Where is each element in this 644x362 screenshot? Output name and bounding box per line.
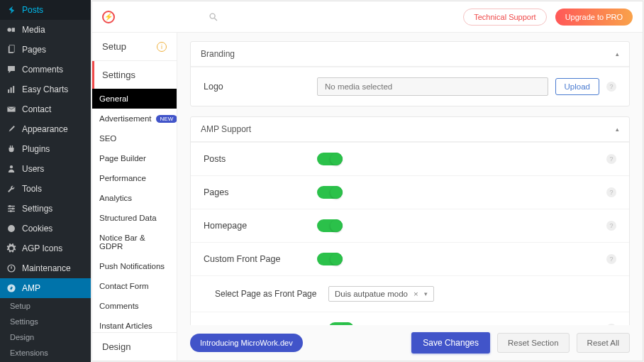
title-static-toggle[interactable]: [328, 322, 352, 325]
subtab-instant-articles[interactable]: Instant Articles: [92, 316, 177, 332]
help-icon[interactable]: ?: [606, 187, 616, 197]
wp-menu-plugins[interactable]: Plugins: [0, 139, 91, 159]
posts-label: Posts: [204, 154, 317, 164]
select-page-label: Select Page as Front Page: [204, 289, 328, 299]
logo-media-input[interactable]: [317, 77, 548, 96]
subtab-analytics[interactable]: Analytics: [92, 188, 177, 208]
svg-line-20: [214, 18, 217, 21]
custom-front-label: Custom Front Page: [204, 254, 317, 264]
chevron-down-icon: ▾: [424, 290, 428, 297]
collapse-icon[interactable]: ▴: [616, 50, 619, 57]
wp-admin-sidebar: Posts Media Pages Comments Easy Charts C…: [0, 0, 91, 362]
upload-button[interactable]: Upload: [555, 78, 599, 95]
svg-point-0: [7, 28, 11, 32]
tab-setup[interactable]: Setupi: [92, 33, 177, 61]
wp-menu-maintenance[interactable]: Maintenance: [0, 258, 91, 278]
intro-button[interactable]: Introducing MicroWork.dev: [190, 334, 303, 352]
wp-submenu-extensions[interactable]: Extensions: [0, 345, 91, 361]
wp-menu-contact[interactable]: Contact: [0, 99, 91, 119]
amp-icon: [6, 283, 17, 294]
subtab-page-builder[interactable]: Page Builder: [92, 148, 177, 168]
settings-subtabs: General AdvertisementNEW SEO Page Builde…: [92, 89, 177, 332]
svg-rect-1: [12, 28, 15, 32]
pages-toggle[interactable]: [317, 186, 341, 199]
wrench-icon: [6, 183, 17, 194]
subtab-comments[interactable]: Comments: [92, 296, 177, 316]
subtab-notice-bar[interactable]: Notice Bar & GDPR: [92, 228, 177, 256]
svg-point-19: [210, 13, 215, 18]
svg-rect-4: [8, 89, 9, 93]
tab-design[interactable]: Design: [92, 333, 177, 361]
svg-rect-5: [11, 87, 12, 93]
branding-panel: Branding▴ Logo Upload ?: [190, 41, 630, 106]
wp-menu-media[interactable]: Media: [0, 20, 91, 40]
subtab-performance[interactable]: Performance: [92, 168, 177, 188]
svg-rect-17: [11, 266, 11, 269]
subtab-advertisement[interactable]: AdvertisementNEW: [92, 109, 177, 128]
sliders-icon: [6, 203, 17, 214]
pin-icon: [6, 4, 17, 16]
wp-menu-tools[interactable]: Tools: [0, 179, 91, 199]
main-panel: ⚡ Technical Support Upgrade to PRO Setup…: [91, 1, 643, 361]
branding-title: Branding: [201, 49, 235, 59]
wp-menu-users[interactable]: Users: [0, 159, 91, 179]
comment-icon: [6, 64, 17, 75]
help-icon[interactable]: ?: [606, 221, 616, 231]
info-icon: i: [157, 42, 167, 52]
topbar: ⚡ Technical Support Upgrade to PRO: [92, 1, 643, 33]
subtab-seo[interactable]: SEO: [92, 128, 177, 148]
wp-menu-pages[interactable]: Pages: [0, 40, 91, 60]
tab-settings[interactable]: Settings: [92, 61, 177, 89]
search-icon[interactable]: [209, 12, 218, 22]
upgrade-pro-button[interactable]: Upgrade to PRO: [555, 9, 633, 26]
wp-menu-cookies[interactable]: Cookies: [0, 219, 91, 238]
amp-support-title: AMP Support: [201, 124, 251, 134]
technical-support-button[interactable]: Technical Support: [463, 9, 546, 26]
clear-icon[interactable]: ×: [413, 290, 418, 298]
svg-point-13: [12, 208, 14, 210]
wp-menu-settings[interactable]: Settings: [0, 199, 91, 219]
help-icon[interactable]: ?: [606, 82, 616, 92]
svg-point-15: [8, 225, 15, 232]
wp-menu-posts[interactable]: Posts: [0, 0, 91, 20]
svg-rect-6: [13, 86, 14, 93]
cookie-icon: [6, 223, 17, 234]
help-icon[interactable]: ?: [606, 254, 616, 264]
homepage-toggle[interactable]: [317, 219, 341, 232]
reset-all-button[interactable]: Reset All: [577, 333, 630, 353]
logo-label: Logo: [204, 82, 317, 92]
chart-icon: [6, 84, 17, 95]
wp-menu-comments[interactable]: Comments: [0, 60, 91, 79]
subtab-general[interactable]: General: [92, 89, 177, 109]
svg-point-12: [9, 205, 11, 207]
reset-section-button[interactable]: Reset Section: [497, 333, 570, 353]
wp-menu-easy-charts[interactable]: Easy Charts: [0, 79, 91, 99]
amp-support-panel: AMP Support▴ Posts? Pages? Homepage? Cus…: [190, 116, 630, 325]
wp-menu-agp-icons[interactable]: AGP Icons: [0, 238, 91, 258]
posts-toggle[interactable]: [317, 153, 341, 165]
collapse-icon[interactable]: ▴: [616, 126, 619, 133]
save-changes-button[interactable]: Save Changes: [411, 332, 490, 353]
custom-front-toggle[interactable]: [317, 253, 341, 265]
main-tabs: Setupi Settings: [92, 33, 177, 89]
front-page-select[interactable]: Duis autpatue modo×▾: [328, 286, 434, 302]
user-icon: [6, 163, 17, 175]
svg-point-8: [10, 165, 13, 168]
wp-submenu-setup[interactable]: Setup: [0, 298, 91, 314]
settings-content: Branding▴ Logo Upload ? AMP Support▴ Pos…: [177, 33, 643, 325]
wp-submenu-settings[interactable]: Settings: [0, 314, 91, 329]
subtab-structured-data[interactable]: Structured Data: [92, 208, 177, 228]
amp-logo-icon: ⚡: [102, 11, 115, 23]
new-badge: NEW: [156, 115, 177, 123]
wp-menu-appearance[interactable]: Appearance: [0, 119, 91, 139]
wp-submenu-design[interactable]: Design: [0, 329, 91, 345]
wp-menu-amp[interactable]: AMP: [0, 278, 91, 298]
homepage-label: Homepage: [204, 221, 317, 231]
subtab-contact-form[interactable]: Contact Form: [92, 276, 177, 296]
page-icon: [6, 44, 17, 55]
brush-icon: [6, 124, 17, 135]
maintenance-icon: [6, 263, 17, 274]
subtab-push-notifications[interactable]: Push Notifications: [92, 256, 177, 276]
plug-icon: [6, 143, 17, 155]
help-icon[interactable]: ?: [606, 154, 616, 164]
